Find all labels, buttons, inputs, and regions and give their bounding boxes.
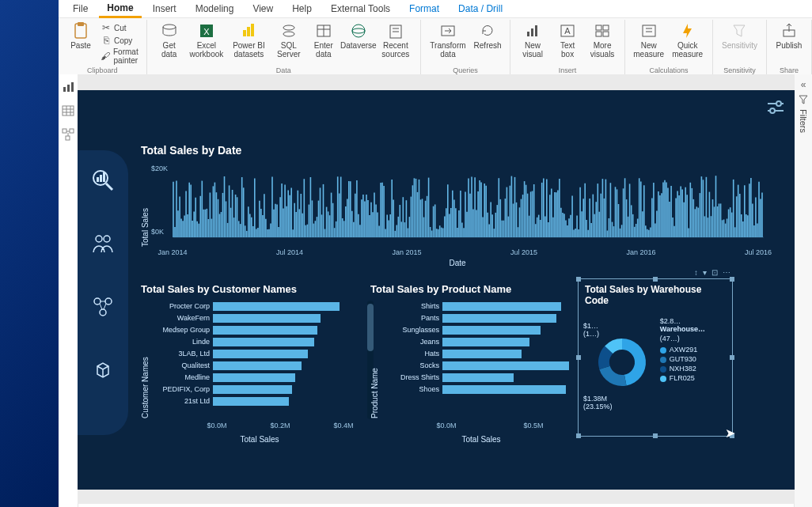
copy-button[interactable]: ⎘Copy [98,34,142,47]
svg-point-9 [283,32,294,36]
format-painter-button[interactable]: 🖌Format painter [98,47,142,66]
recent-icon [386,21,405,40]
enter-data-label: Enter data [310,41,337,59]
excel-workbook-button[interactable]: XExcel workbook [187,20,226,60]
dataverse-button[interactable]: Dataverse [341,20,376,51]
recent-sources-button[interactable]: Recent sources [376,20,415,60]
pbi-datasets-button[interactable]: Power BI datasets [226,20,271,60]
legend-item[interactable]: FLR025 [660,374,726,382]
transform-data-button[interactable]: Transform data [426,20,470,60]
report-nav [78,90,128,490]
sql-server-button[interactable]: SQL Server [271,20,306,60]
donut-plot [591,331,653,393]
bar-row: Pants [379,312,569,323]
bar-row: Procter Corp [150,301,362,312]
clipboard-icon [71,21,90,40]
refresh-label: Refresh [474,41,502,50]
svg-rect-40 [63,129,66,133]
newvisual-icon [523,21,542,40]
menu-file[interactable]: File [65,1,96,17]
svg-point-8 [283,25,294,30]
legend-item[interactable]: NXH382 [660,365,726,373]
nav-overview-icon[interactable] [89,166,117,195]
svg-rect-6 [247,27,250,36]
svg-rect-34 [71,82,74,92]
new-measure-button[interactable]: New measure [630,20,667,60]
chart-total-sales-by-customer[interactable]: Total Sales by Customer Names Customer N… [141,283,362,457]
svg-text:A: A [564,26,571,36]
nav-warehouse-icon[interactable] [89,356,117,384]
sql-label: SQL Server [275,41,302,59]
data-view-button[interactable] [62,104,74,117]
prod-ylabel: Product Name [370,300,379,418]
svg-text:Jan 2015: Jan 2015 [392,248,421,256]
text-box-button[interactable]: AText box [550,20,585,60]
report-view-button[interactable] [62,81,74,93]
svg-line-55 [100,304,102,309]
drill-icon[interactable]: ↕ [694,268,698,277]
svg-point-14 [352,28,365,33]
quick-measure-icon [678,21,697,40]
chevron-left-icon[interactable]: « [801,79,806,90]
enter-data-button[interactable]: Enter data [306,20,341,60]
sql-icon [279,21,298,40]
chart-total-sales-by-date[interactable]: Total Sales by Date Total Sales $20K $0K… [141,144,774,271]
model-view-button[interactable] [62,128,74,141]
new-visual-button[interactable]: New visual [515,20,550,60]
filter-vis-icon[interactable]: ▾ [703,268,707,277]
ribbon-group-clipboard: Paste ✂Cut ⎘Copy 🖌Format painter Clipboa… [59,20,147,75]
menu-external-tools[interactable]: External Tools [323,1,398,17]
chart-total-sales-by-warehouse[interactable]: ↕ ▾ ⊡ ⋯ Total Sales by Warehouse Code [578,278,733,437]
bar-row: Medsep Group [150,324,362,335]
cust-xaxis: $0.0M$0.2M$0.4M Total Sales [141,418,362,444]
cust-bar-area: Procter CorpWakeFernMedsep GroupLinde3LA… [150,300,362,418]
visual-header: ↕ ▾ ⊡ ⋯ [694,268,730,277]
get-data-label: Get data [156,41,183,59]
svg-text:$0.0M: $0.0M [207,422,226,429]
legend-item[interactable]: AXW291 [660,346,726,354]
dataverse-label: Dataverse [340,41,377,50]
menu-home[interactable]: Home [99,0,141,18]
svg-rect-20 [531,28,533,36]
filters-rail[interactable]: « Filters [794,74,812,507]
paste-button[interactable]: Paste [63,20,98,51]
quick-measure-label: Quick measure [671,41,704,59]
copy-label: Copy [114,36,132,45]
quick-measure-button[interactable]: Quick measure [667,20,708,60]
more-icon[interactable]: ⋯ [723,268,730,277]
dataverse-icon [349,21,368,40]
menu-data-drill[interactable]: Data / Drill [450,1,510,17]
publish-button[interactable]: Publish [772,20,806,51]
focus-icon[interactable]: ⊡ [711,268,718,277]
ribbon-group-data: Get data XExcel workbook Power BI datase… [147,20,421,75]
sensitivity-button: Sensitivity [718,20,761,51]
nav-customers-icon[interactable] [89,229,117,258]
report-settings-icon[interactable] [766,100,785,115]
menu-modeling[interactable]: Modeling [188,1,242,17]
nav-relations-icon[interactable] [89,293,117,321]
filters-label: Filters [799,109,808,133]
legend-item[interactable]: GUT930 [660,355,726,363]
report-page[interactable]: Total Sales by Date Total Sales $20K $0K… [78,90,795,490]
textbox-label: Text box [554,41,581,59]
refresh-button[interactable]: Refresh [470,20,505,51]
copy-icon: ⎘ [101,35,112,46]
svg-line-56 [104,304,106,309]
more-visuals-button[interactable]: More visuals [585,20,620,60]
svg-rect-25 [603,25,609,30]
svg-text:Jul 2016: Jul 2016 [745,248,772,256]
cut-button[interactable]: ✂Cut [98,21,142,34]
filter-icon [799,95,808,104]
menu-view[interactable]: View [245,1,281,17]
menu-insert[interactable]: Insert [145,1,184,17]
pbi-label: Power BI datasets [230,41,268,59]
svg-rect-42 [66,136,70,140]
menu-help[interactable]: Help [284,1,320,17]
brush-icon: 🖌 [101,51,110,62]
chart-total-sales-by-product[interactable]: Total Sales by Product Name Product Name… [370,283,568,457]
svg-rect-5 [243,30,246,36]
more-visuals-label: More visuals [589,41,616,59]
get-data-button[interactable]: Get data [152,20,187,60]
svg-point-51 [104,236,110,242]
menu-format[interactable]: Format [401,1,447,17]
